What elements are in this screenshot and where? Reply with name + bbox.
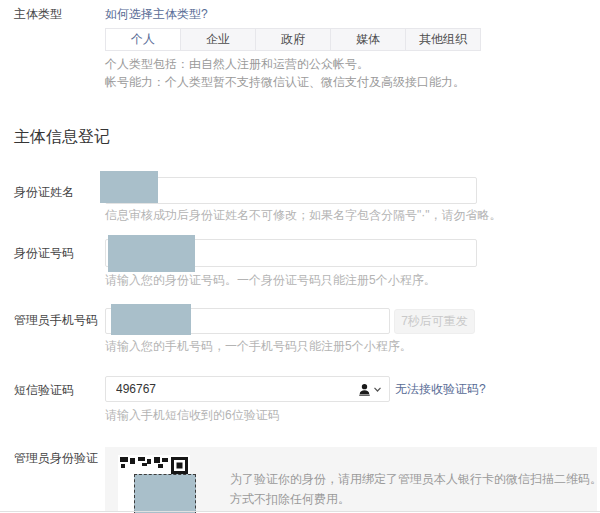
tab-personal[interactable]: 个人 xyxy=(106,29,181,50)
admin-verify-desc-line2: 方式不扣除任何费用。 xyxy=(230,489,600,509)
admin-phone-redaction-overlay xyxy=(111,304,191,335)
sms-code-help: 请输入手机短信收到的6位验证码 xyxy=(105,408,280,422)
subject-type-desc-line2: 帐号能力：个人类型暂不支持微信认证、微信支付及高级接口能力。 xyxy=(105,75,465,89)
admin-verify-panel: 为了验证你的身份，请用绑定了管理员本人银行卡的微信扫描二维码。本验证 方式不扣除… xyxy=(105,447,597,511)
contact-person-icon xyxy=(358,383,371,396)
subject-type-desc-line1: 个人类型包括：由自然人注册和运营的公众帐号。 xyxy=(105,57,369,71)
cannot-receive-code-link[interactable]: 无法接收验证码? xyxy=(395,382,486,396)
subject-type-label: 主体类型 xyxy=(14,7,62,21)
qr-redaction-overlay xyxy=(134,474,196,513)
page-bottom-divider xyxy=(0,511,600,512)
tab-government[interactable]: 政府 xyxy=(256,29,331,50)
qr-code xyxy=(118,455,190,511)
admin-verify-desc: 为了验证你的身份，请用绑定了管理员本人银行卡的微信扫描二维码。本验证 方式不扣除… xyxy=(230,469,600,509)
id-number-help: 请输入您的身份证号码。一个身份证号码只能注册5个小程序。 xyxy=(105,273,436,287)
admin-phone-help: 请输入您的手机号码，一个手机号码只能注册5个小程序。 xyxy=(105,339,412,353)
chevron-down-icon xyxy=(374,387,381,392)
how-to-choose-subject-type-link[interactable]: 如何选择主体类型? xyxy=(105,7,208,21)
sms-code-label: 短信验证码 xyxy=(14,383,74,397)
admin-phone-label: 管理员手机号码 xyxy=(14,313,98,327)
id-name-redaction-overlay xyxy=(100,171,158,203)
admin-verify-desc-line1: 为了验证你的身份，请用绑定了管理员本人银行卡的微信扫描二维码。本验证 xyxy=(230,469,600,489)
sms-code-input[interactable] xyxy=(105,376,390,402)
id-name-label: 身份证姓名 xyxy=(14,185,74,199)
admin-verify-label: 管理员身份验证 xyxy=(14,451,98,465)
id-name-help: 信息审核成功后身份证姓名不可修改；如果名字包含分隔号"·"，请勿省略。 xyxy=(105,208,502,222)
id-number-redaction-overlay xyxy=(108,235,195,272)
wechat-miniprogram-registration-form: 主体类型 如何选择主体类型? 个人 企业 政府 媒体 其他组织 个人类型包括：由… xyxy=(0,0,600,513)
subject-type-tab-strip: 个人 企业 政府 媒体 其他组织 xyxy=(105,28,481,51)
tab-other-organization[interactable]: 其他组织 xyxy=(406,29,480,50)
id-name-input[interactable] xyxy=(105,177,477,204)
id-number-label: 身份证号码 xyxy=(14,246,74,260)
section-title-subject-info: 主体信息登记 xyxy=(14,127,110,146)
autofill-contact-control[interactable] xyxy=(358,382,384,397)
resend-code-button[interactable]: 7秒后可重发 xyxy=(394,309,475,334)
tab-enterprise[interactable]: 企业 xyxy=(181,29,256,50)
tab-media[interactable]: 媒体 xyxy=(331,29,406,50)
